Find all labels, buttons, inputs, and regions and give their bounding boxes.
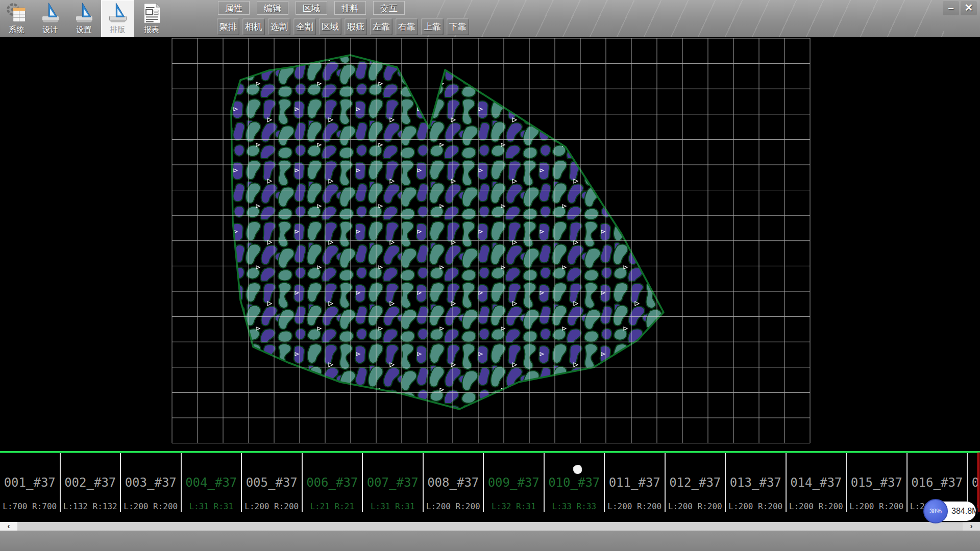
thumbnail-strip: 001_#37L:700 R:700002_#37L:132 R:132003_… (0, 453, 980, 512)
minimize-button[interactable]: – (943, 1, 959, 15)
mode-label: 排版 (101, 25, 134, 34)
window-controls: –✕ (941, 1, 977, 16)
tool-snap-right[interactable]: 右靠 (396, 18, 418, 35)
piece-lr-count: L:200 R:200 (666, 502, 725, 511)
tool-snap-left[interactable]: 左靠 (370, 18, 393, 35)
menu-region[interactable]: 区域 (296, 1, 327, 15)
thumbnail-cell-006_#37[interactable]: 006_#37L:21 R:21 (303, 453, 363, 512)
thumbnail-cell-005_#37[interactable]: 005_#37L:200 R:200 (242, 453, 303, 512)
tool-snap-top[interactable]: 上靠 (421, 18, 444, 35)
memory-percent-badge: 38% (923, 499, 948, 523)
piece-lr-count: L:200 R:200 (787, 502, 846, 511)
thumbnail-cell-003_#37[interactable]: 003_#37L:200 R:200 (121, 453, 182, 512)
scroll-right-button[interactable]: › (963, 522, 980, 531)
piece-id-label: 003_#37 (121, 475, 181, 490)
nesting-canvas-svg (0, 37, 980, 451)
piece-id-label: 001_#37 (0, 475, 60, 490)
ribbon-toolbar: 系统设计设置排版报表 属性编辑区域排料交互 聚排相机选割全割区域瑕疵左靠右靠上靠… (0, 0, 980, 37)
piece-id-label: 011_#37 (605, 475, 665, 490)
tool-cluster-nest[interactable]: 聚排 (217, 18, 239, 35)
menu-nest[interactable]: 排料 (334, 1, 366, 15)
piece-id-label: 007_#37 (363, 475, 423, 490)
thumbnail-cell-009_#37[interactable]: 009_#37L:32 R:31 (484, 453, 545, 512)
piece-id-label: 002_#37 (61, 475, 120, 490)
nesting-canvas[interactable] (0, 37, 980, 451)
menu-properties[interactable]: 属性 (218, 1, 250, 15)
mode-button-report[interactable]: 报表 (135, 0, 168, 37)
piece-lr-count: L:200 R:200 (726, 502, 786, 511)
piece-id-label: 008_#37 (424, 475, 483, 490)
memory-size-label: 384.8M (951, 502, 978, 521)
memory-badge: 38% 384.8M (925, 502, 976, 521)
ruler-icon (73, 2, 95, 25)
tool-defect[interactable]: 瑕疵 (345, 18, 367, 35)
piece-lr-count: L:132 R:132 (61, 502, 120, 511)
menu-interact[interactable]: 交互 (373, 1, 405, 15)
close-button[interactable]: ✕ (961, 1, 977, 15)
piece-lr-count: L:31 R:31 (182, 502, 241, 511)
mode-button-settings[interactable]: 设置 (67, 0, 101, 37)
system-icon (6, 2, 28, 25)
piece-lr-count: L:32 R:31 (484, 502, 544, 511)
piece-lr-count: L:200 R:200 (121, 502, 181, 511)
piece-lr-count: L:200 R:200 (242, 502, 302, 511)
thumbnail-cell-002_#37[interactable]: 002_#37L:132 R:132 (61, 453, 121, 512)
thumbnail-cell-004_#37[interactable]: 004_#37L:31 R:31 (182, 453, 242, 512)
menu-edit[interactable]: 编辑 (257, 1, 288, 15)
report-icon (140, 2, 163, 25)
piece-lr-count: L:21 R:21 (303, 502, 362, 511)
piece-id-label: 016_#37 (908, 475, 967, 490)
ruler-icon (107, 2, 129, 25)
thumbnail-cell-011_#37[interactable]: 011_#37L:200 R:200 (605, 453, 666, 512)
mode-label: 系统 (0, 25, 33, 34)
mode-label: 设置 (67, 25, 101, 34)
piece-lr-count: L:200 R:200 (847, 502, 906, 511)
thumbnail-cell-008_#37[interactable]: 008_#37L:200 R:200 (424, 453, 484, 512)
status-bar (0, 531, 980, 551)
ruler-icon (39, 2, 62, 25)
thumbnail-cell-015_#37[interactable]: 015_#37L:200 R:200 (847, 453, 908, 512)
tool-camera[interactable]: 相机 (242, 18, 265, 35)
tool-cut-all[interactable]: 全割 (293, 18, 316, 35)
piece-id-label: 010_#37 (545, 475, 604, 490)
piece-id-label: 013_#37 (726, 475, 786, 490)
mode-label: 设计 (34, 25, 67, 34)
thumbnail-cell-014_#37[interactable]: 014_#37L:200 R:200 (787, 453, 847, 512)
thumbnail-cell-013_#37[interactable]: 013_#37L:200 R:200 (726, 453, 787, 512)
piece-id-label: 015_#37 (847, 475, 906, 490)
tool-snap-bottom[interactable]: 下靠 (447, 18, 469, 35)
mode-label: 报表 (135, 25, 168, 34)
piece-lr-count: L:33 R:33 (545, 502, 604, 511)
ribbon-texture (419, 0, 944, 37)
thumbnail-cell-001_#37[interactable]: 001_#37L:700 R:700 (0, 453, 61, 512)
piece-id-label: 006_#37 (303, 475, 362, 490)
piece-id-label: 014_#37 (787, 475, 846, 490)
piece-id-label: 004_#37 (182, 475, 241, 490)
piece-lr-count: L:31 R:31 (363, 502, 423, 511)
tool-region[interactable]: 区域 (319, 18, 341, 35)
piece-lr-count: L:200 R:200 (424, 502, 483, 511)
piece-lr-count: L:200 R:200 (605, 502, 665, 511)
thumbnail-cell-010_#37[interactable]: 010_#37L:33 R:33 (545, 453, 605, 512)
scroll-left-button[interactable]: ‹ (0, 522, 17, 531)
piece-lr-count: L:700 R:700 (0, 502, 60, 511)
piece-id-label: 012_#37 (666, 475, 725, 490)
thumbnail-cell-007_#37[interactable]: 007_#37L:31 R:31 (363, 453, 424, 512)
piece-id-label: 005_#37 (242, 475, 302, 490)
mode-button-design[interactable]: 设计 (34, 0, 67, 37)
tool-select-cut[interactable]: 选割 (268, 18, 290, 35)
horizontal-scrollbar[interactable]: ‹ › (0, 522, 980, 531)
mode-button-system[interactable]: 系统 (0, 0, 33, 37)
thumbnail-cell-012_#37[interactable]: 012_#37L:200 R:200 (666, 453, 726, 512)
piece-id-label: 009_#37 (484, 475, 544, 490)
mode-button-nesting[interactable]: 排版 (101, 0, 134, 37)
app-window: 系统设计设置排版报表 属性编辑区域排料交互 聚排相机选割全割区域瑕疵左靠右靠上靠… (0, 0, 980, 551)
